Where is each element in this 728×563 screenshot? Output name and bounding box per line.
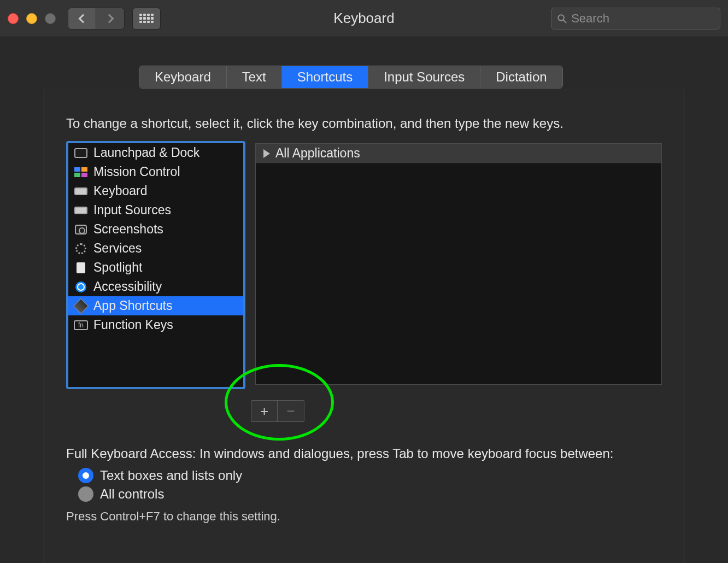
shortcut-group-label: All Applications [275,146,360,161]
sidebar-item-label: Launchpad & Dock [93,145,199,160]
sidebar-item-screenshots[interactable]: Screenshots [68,220,243,239]
sidebar-item-mission-control[interactable]: Mission Control [68,162,243,181]
keyboard-icon [74,186,88,196]
sidebar-item-label: App Shortcuts [93,298,172,313]
sidebar-item-label: Input Sources [93,203,171,218]
grid-icon [139,14,154,24]
close-window-button[interactable] [8,13,19,24]
instruction-text: To change a shortcut, select it, click t… [66,116,662,131]
shortcuts-panel: To change a shortcut, select it, click t… [44,89,684,563]
sidebar-item-function-keys[interactable]: fn Function Keys [68,315,243,335]
search-icon [557,13,567,24]
forward-button[interactable] [96,8,125,30]
sidebar-item-input-sources[interactable]: Input Sources [68,201,243,220]
radio-label: All controls [100,486,164,502]
sidebar-item-label: Keyboard [93,184,147,198]
tab-keyboard[interactable]: Keyboard [139,66,227,88]
back-button[interactable] [68,8,96,30]
radio-text-boxes-lists[interactable]: Text boxes and lists only [78,468,662,483]
control-f7-hint: Press Control+F7 to change this setting. [66,509,662,524]
zoom-window-button[interactable] [45,13,56,24]
radio-button-icon [78,486,93,502]
sidebar-item-label: Spotlight [93,260,143,275]
sidebar-item-label: Mission Control [93,165,180,179]
remove-shortcut-button[interactable]: − [278,401,304,421]
chevron-right-icon [104,14,114,23]
full-keyboard-access-radio-group: Text boxes and lists only All controls [78,468,662,502]
tab-shortcuts[interactable]: Shortcuts [282,66,368,88]
tab-input-sources[interactable]: Input Sources [368,66,480,88]
tab-dictation[interactable]: Dictation [480,66,562,88]
traffic-lights [8,13,56,24]
input-sources-icon [74,206,88,215]
add-remove-control: + − [251,400,304,422]
radio-all-controls[interactable]: All controls [78,486,662,502]
sidebar-item-label: Screenshots [93,222,163,237]
svg-line-1 [563,20,566,22]
launchpad-icon [74,148,88,158]
sidebar-item-label: Function Keys [93,318,173,332]
sidebar-item-launchpad-dock[interactable]: Launchpad & Dock [68,143,243,162]
add-shortcut-button[interactable]: + [251,401,278,421]
sidebar-item-app-shortcuts[interactable]: App Shortcuts [68,296,243,315]
radio-button-icon [78,468,93,483]
shortcut-group-row-all-applications[interactable]: All Applications [256,144,661,163]
sidebar-item-label: Accessibility [93,279,162,294]
chevron-left-icon [79,14,88,23]
radio-label: Text boxes and lists only [100,468,242,483]
sidebar-item-accessibility[interactable]: Accessibility [68,277,243,296]
sidebar-item-spotlight[interactable]: Spotlight [68,258,243,277]
full-keyboard-access-label: Full Keyboard Access: In windows and dia… [66,446,662,461]
gear-icon [74,244,88,254]
category-sidebar[interactable]: Launchpad & Dock Mission Control Keyboar… [66,141,245,389]
shortcut-list[interactable]: All Applications [255,143,662,385]
accessibility-icon [74,282,88,292]
minimize-window-button[interactable] [26,13,37,24]
sidebar-item-keyboard[interactable]: Keyboard [68,181,243,201]
tab-text[interactable]: Text [227,66,282,88]
show-all-prefs-button[interactable] [132,8,161,30]
search-field-wrap[interactable] [551,8,720,30]
sidebar-item-label: Services [93,241,142,256]
mission-control-icon [74,167,88,177]
sidebar-item-services[interactable]: Services [68,239,243,258]
title-bar: Keyboard [0,0,728,37]
fn-key-icon: fn [74,320,88,330]
search-input[interactable] [571,11,714,26]
app-icon [74,301,88,311]
document-icon [74,263,88,273]
disclosure-triangle-icon[interactable] [263,149,270,158]
tab-bar: Keyboard Text Shortcuts Input Sources Di… [139,66,563,89]
camera-icon [74,225,88,234]
